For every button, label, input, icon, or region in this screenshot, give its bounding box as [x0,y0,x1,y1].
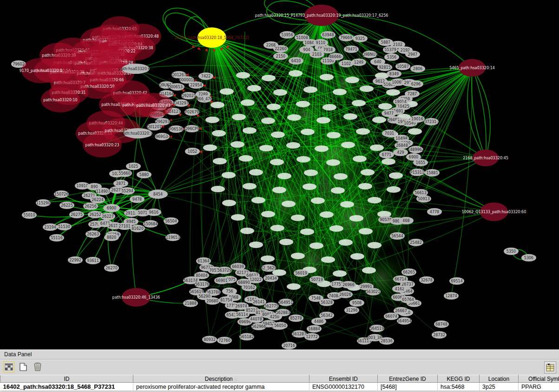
gene-node[interactable]: 66901 [214,277,229,284]
gene-node[interactable]: 92815 [377,64,392,71]
gene-node[interactable] [267,104,281,110]
gene-node[interactable]: Q96CP9 [184,125,199,132]
gene-node[interactable] [358,183,372,189]
gene-node[interactable]: 26270 [104,264,119,272]
gene-node[interactable]: 93611 [85,257,100,264]
gene-node[interactable] [220,88,234,95]
column-select-button[interactable] [544,361,556,373]
gene-node[interactable]: 50719 [309,276,324,283]
gene-node[interactable]: 26275 [69,211,84,218]
gene-node[interactable] [321,256,335,263]
gene-node[interactable] [239,155,253,162]
gene-node[interactable]: 85278 [289,314,303,322]
gene-node[interactable] [352,100,366,106]
gene-node[interactable] [222,172,236,178]
gene-node[interactable]: 28732 [432,331,447,339]
gene-node[interactable] [243,127,256,134]
gene-node[interactable]: 119653 [165,234,180,241]
gene-node[interactable]: 6410 [289,57,303,65]
gene-node[interactable]: 23194 [43,223,58,231]
gene-node[interactable] [320,211,334,218]
gene-node[interactable]: 150684 [143,220,158,228]
gene-node[interactable]: 5306 [521,254,536,261]
gene-node[interactable]: 9508 [349,299,364,307]
gene-node[interactable]: 16884 [307,325,322,333]
gene-node[interactable] [296,101,310,107]
gene-node[interactable] [343,113,357,120]
gene-node[interactable] [289,70,303,77]
gene-node[interactable]: 5356 [384,53,399,61]
gene-node[interactable] [287,283,301,290]
gene-node[interactable]: 564519 [369,325,384,332]
pathway-node[interactable]: 5465_path:hsa03320:14 [449,59,495,77]
gene-node[interactable] [272,187,286,193]
gene-node[interactable]: 1102 [339,60,354,67]
gene-node[interactable] [359,228,373,235]
gene-node[interactable]: 79471 [344,46,359,53]
gene-node[interactable] [222,200,236,206]
gene-node[interactable] [356,128,370,135]
gene-node[interactable]: 4778 [427,208,442,216]
gene-node[interactable]: 12874 [444,292,459,300]
gene-node[interactable] [333,89,347,95]
new-document-button[interactable] [18,361,29,372]
gene-node[interactable]: 15881 [425,169,440,176]
gene-node[interactable]: 9477 [381,110,396,117]
pathway-node[interactable]: path:hsa03320:23 [83,132,122,157]
gene-node[interactable]: 9325 [353,35,368,42]
gene-node[interactable]: 66265 [401,268,416,276]
gene-node[interactable]: 53956 [280,31,295,39]
gene-node[interactable]: 1025 [126,163,141,170]
gene-node[interactable]: 26252 [88,211,103,218]
pathway-node[interactable]: path:hsa03320:46_13436 [112,288,160,307]
gene-node[interactable]: 1052 [185,148,200,155]
gene-node[interactable]: 5350 [504,248,519,255]
gene-node[interactable]: 44078 [249,315,263,323]
gene-node[interactable] [296,156,310,163]
gene-node[interactable] [345,77,359,83]
gene-node[interactable]: 68748 [434,320,449,328]
gene-node[interactable]: 564954 [397,317,412,325]
gene-node[interactable] [387,186,401,193]
gene-node[interactable]: 56504 [164,217,178,225]
column-header-kegg-id[interactable]: KEGG ID [438,375,480,383]
cell-entrezgene-id[interactable]: [5468] [378,383,438,391]
gene-node[interactable] [247,85,261,91]
gene-node[interactable]: 63948 [321,31,335,39]
gene-node[interactable]: 22954 [189,81,204,89]
gene-node[interactable] [240,228,254,234]
gene-node[interactable] [279,239,293,245]
gene-node[interactable] [211,186,225,192]
column-header-ensembl-id[interactable]: Ensembl ID [309,375,378,383]
gene-node[interactable]: 2150 [273,52,288,60]
gene-node[interactable] [205,117,219,123]
gene-node[interactable]: 150726 [54,190,69,198]
column-header-entrezgene-id[interactable]: EntrezGene ID [378,375,438,383]
network-view[interactable]: 1025102855660588028711091089011490726272… [0,0,559,349]
gene-node[interactable]: 564951 [278,299,293,306]
gene-node[interactable]: 9478 [130,196,145,203]
gene-node[interactable]: 562966 [251,323,266,330]
gene-node[interactable] [361,169,375,176]
gene-node[interactable] [327,132,341,138]
gene-node[interactable] [212,130,226,137]
gene-node[interactable]: 26256 [83,203,98,210]
gene-node[interactable] [408,128,422,135]
gene-node[interactable]: 31296 [344,307,359,314]
gene-node[interactable] [277,173,291,179]
gene-node[interactable] [236,72,250,78]
gene-node[interactable]: P15311 [410,169,425,176]
gene-node[interactable] [249,169,263,176]
cell-ensembl-id[interactable]: ENSG00000132170 [309,383,378,391]
gene-node[interactable] [315,145,329,152]
cell-official-symbol[interactable]: PPARG [519,383,559,391]
gene-node[interactable]: 4486 [311,318,326,325]
gene-node[interactable]: 26263 [85,230,100,238]
hub-gene-node[interactable]: 6900 [103,204,120,212]
pathway-node[interactable]: path:hsa03320:15_P14793_path:hsa03320:19… [255,5,388,26]
gene-node[interactable]: 10587 [395,63,410,70]
gene-node[interactable] [322,104,336,111]
gene-node[interactable] [270,225,284,231]
gene-node[interactable]: 32678 [419,276,434,284]
gene-node[interactable] [259,145,273,151]
